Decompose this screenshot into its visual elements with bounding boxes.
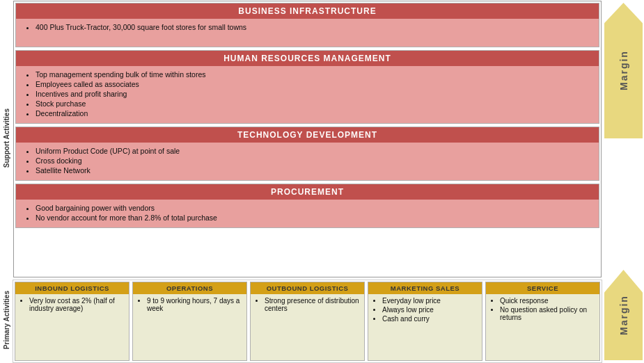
business-infra-body: 400 Plus Truck-Tractor, 30,000 square fo…	[16, 19, 599, 47]
marketing-sales-cell: MARKETING SALES Everyday low price Alway…	[368, 282, 482, 361]
support-section: BUSINESS INFRASTRUCTURE 400 Plus Truck-T…	[13, 1, 602, 277]
procurement-block: PROCUREMENT Good bargaining power with v…	[15, 184, 599, 228]
inbound-logistics-cell: INBOUND LOGISTICS Very low cost as 2% (h…	[15, 282, 129, 361]
margin-arrow-top: Margin	[604, 3, 643, 138]
list-item: Uniform Product Code (UPC) at point of s…	[36, 147, 593, 155]
list-item: Everyday low price	[382, 297, 478, 305]
procurement-list: Good bargaining power with vendors No ve…	[22, 204, 593, 222]
procurement-header: PROCUREMENT	[16, 184, 599, 200]
procurement-body: Good bargaining power with vendors No ve…	[16, 200, 599, 227]
operations-header: OPERATIONS	[133, 282, 246, 294]
human-resources-block: HUMAN RESOURCES MANAGEMENT Top managemen…	[15, 50, 599, 124]
human-resources-body: Top management spending bulk of time wit…	[16, 66, 599, 123]
list-item: No question asked policy on returns	[500, 306, 595, 321]
list-item: Strong presence of distribution centers	[265, 297, 360, 312]
list-item: Very low cost as 2% (half of industry av…	[29, 297, 125, 312]
list-item: Top management spending bulk of time wit…	[36, 70, 593, 79]
primary-section: INBOUND LOGISTICS Very low cost as 2% (h…	[13, 280, 602, 363]
support-activities-label: Support Activities	[0, 0, 13, 277]
inbound-header: INBOUND LOGISTICS	[15, 282, 129, 294]
list-item: Good bargaining power with vendors	[36, 204, 593, 212]
operations-body: 9 to 9 working hours, 7 days a week	[133, 294, 246, 360]
human-resources-header: HUMAN RESOURCES MANAGEMENT	[16, 51, 599, 66]
technology-header: TECHNOLOGY DEVELOPMENT	[16, 127, 599, 143]
service-list: Quick response No question asked policy …	[490, 297, 595, 321]
outbound-logistics-cell: OUTBOUND LOGISTICS Strong presence of di…	[250, 282, 365, 361]
inbound-list: Very low cost as 2% (half of industry av…	[19, 297, 125, 312]
business-infra-list: 400 Plus Truck-Tractor, 30,000 square fo…	[22, 23, 593, 31]
technology-body: Uniform Product Code (UPC) at point of s…	[16, 143, 599, 180]
list-item: Always low price	[382, 306, 478, 314]
service-header: SERVICE	[486, 282, 599, 294]
technology-list: Uniform Product Code (UPC) at point of s…	[22, 147, 593, 175]
list-item: Employees called as associates	[36, 80, 593, 88]
list-item: 9 to 9 working hours, 7 days a week	[147, 297, 242, 312]
outbound-body: Strong presence of distribution centers	[251, 294, 364, 360]
technology-block: TECHNOLOGY DEVELOPMENT Uniform Product C…	[15, 127, 599, 181]
list-item: Decentralization	[36, 109, 593, 118]
marketing-list: Everyday low price Always low price Cash…	[372, 297, 478, 323]
primary-activities-label: Primary Activities	[0, 277, 13, 363]
operations-list: 9 to 9 working hours, 7 days a week	[137, 297, 242, 312]
margin-arrow-bottom: Margin	[604, 270, 643, 360]
list-item: 400 Plus Truck-Tractor, 30,000 square fo…	[36, 23, 593, 31]
inbound-body: Very low cost as 2% (half of industry av…	[15, 294, 129, 360]
list-item: Cash and curry	[382, 315, 478, 323]
margin-arrow-container: Margin Margin	[602, 0, 644, 363]
outbound-list: Strong presence of distribution centers	[255, 297, 360, 312]
list-item: Stock purchase	[36, 99, 593, 108]
outbound-header: OUTBOUND LOGISTICS	[251, 282, 364, 294]
list-item: Quick response	[500, 297, 595, 305]
service-cell: SERVICE Quick response No question asked…	[485, 282, 600, 361]
marketing-header: MARKETING SALES	[368, 282, 482, 294]
list-item: Incentives and profit sharing	[36, 90, 593, 98]
list-item: Satellite Network	[36, 166, 593, 175]
service-body: Quick response No question asked policy …	[486, 294, 599, 360]
human-resources-list: Top management spending bulk of time wit…	[22, 70, 593, 118]
list-item: No vendor account for more than 2.8% of …	[36, 213, 593, 222]
list-item: Cross docking	[36, 156, 593, 165]
business-infra-header: BUSINESS INFRASTRUCTURE	[16, 3, 599, 19]
marketing-body: Everyday low price Always low price Cash…	[368, 294, 482, 360]
business-infra-block: BUSINESS INFRASTRUCTURE 400 Plus Truck-T…	[15, 3, 599, 47]
operations-cell: OPERATIONS 9 to 9 working hours, 7 days …	[132, 282, 247, 361]
